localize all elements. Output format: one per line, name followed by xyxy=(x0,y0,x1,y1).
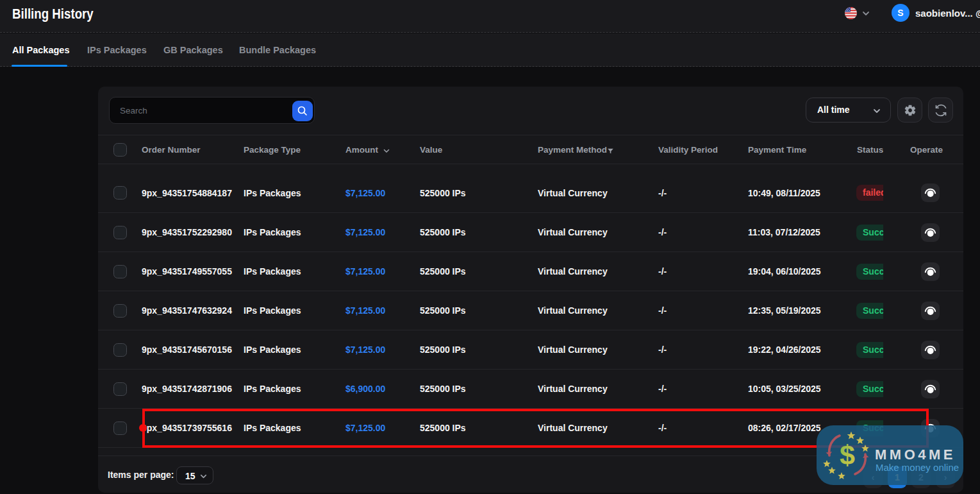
svg-text:$: $ xyxy=(840,439,855,470)
